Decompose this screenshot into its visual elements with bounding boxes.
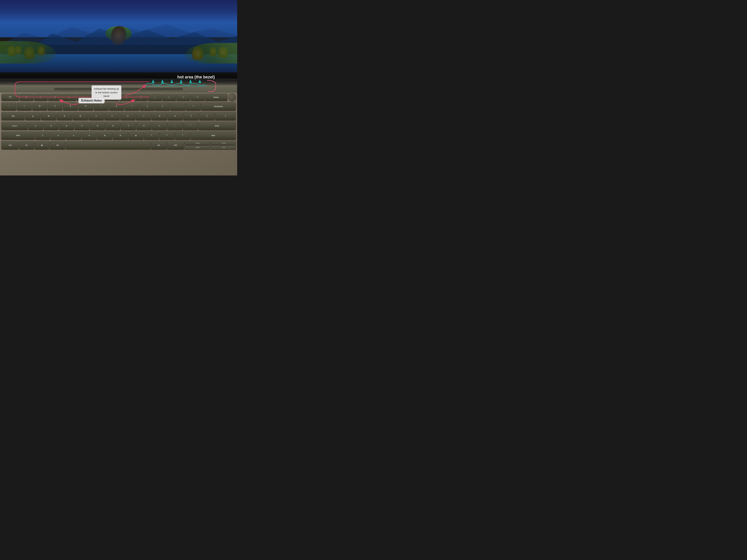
key-f4[interactable]: ▲ F4 [62, 94, 76, 101]
key-delete[interactable]: Delete [205, 94, 227, 101]
space-row: Ctrl Fn ⊞ Alt Alt Ctrl ↑ Pg [1, 141, 236, 150]
key-f[interactable]: F [75, 122, 89, 130]
key-lbracket[interactable]: {[ [184, 112, 199, 120]
key-enter[interactable]: Enter [199, 122, 236, 130]
key-u[interactable]: U [120, 112, 135, 120]
key-c[interactable]: C [66, 131, 81, 140]
key-3[interactable]: # 3 [48, 102, 62, 110]
key-f6[interactable]: ☀☀ F6 [91, 94, 105, 101]
key-end[interactable]: → End [210, 145, 236, 149]
key-a[interactable]: A [28, 122, 43, 130]
key-alt-left[interactable]: Alt [50, 141, 65, 149]
key-capslock[interactable]: CapsLk [1, 122, 28, 130]
key-f1[interactable]: 🔇 F1 [20, 94, 33, 101]
laptop-screen: Ment Y10. Yo-A5 [0, 0, 237, 78]
key-comma[interactable]: <, [144, 131, 159, 140]
key-minus[interactable]: _ - [171, 102, 185, 110]
key-f5[interactable]: ☀ F5 [77, 94, 91, 101]
key-esc[interactable]: Esc FnLock [1, 94, 19, 101]
key-d[interactable]: D [59, 122, 74, 130]
key-pgup[interactable]: ↑ PgUp [185, 141, 210, 145]
key-2[interactable]: @ 2 [32, 102, 47, 110]
zxcv-row: Shift Z X C V B N M <, >. ?/ Shift [1, 131, 236, 140]
key-f8[interactable]: ✈ F8 [120, 94, 133, 101]
key-s[interactable]: S [44, 122, 58, 130]
key-b[interactable]: B [97, 131, 112, 140]
key-t[interactable]: T [88, 112, 104, 120]
key-5[interactable]: % 5 [78, 102, 93, 110]
key-r[interactable]: R [73, 112, 88, 120]
key-y[interactable]: Y [104, 112, 120, 120]
key-o[interactable]: O [152, 112, 167, 120]
keyboard-area: Esc FnLock 🔇 F1 🔉 F2 🔊 F3 ▲ F4 ☀ F5 [0, 85, 237, 176]
key-w[interactable]: W [41, 112, 56, 120]
key-i[interactable]: I [136, 112, 151, 120]
key-9[interactable]: ( 9 [140, 102, 155, 110]
key-0[interactable]: ) 0 [155, 102, 170, 110]
screen-bottom-bezel [0, 78, 237, 82]
key-home[interactable]: ← Home [210, 141, 236, 145]
full-page: Ment Y10. Yo-A5 [0, 0, 237, 178]
key-g[interactable]: G [90, 122, 105, 130]
key-j[interactable]: J [121, 122, 136, 130]
key-tab[interactable]: Tab [1, 112, 25, 120]
key-f3[interactable]: 🔊 F3 [48, 94, 62, 101]
key-f2[interactable]: 🔉 F2 [34, 94, 48, 101]
key-e[interactable]: E [57, 112, 72, 120]
fn-row: Esc FnLock 🔇 F1 🔉 F2 🔊 F3 ▲ F4 ☀ F5 [1, 93, 236, 101]
key-6[interactable]: ^ 6 [94, 102, 108, 110]
key-rbracket[interactable]: }] [199, 112, 214, 120]
asdf-row: CapsLk A S D F G H J K L :; "' Enter [1, 121, 236, 130]
key-backspace[interactable]: Backspace [201, 102, 236, 110]
qwerty-row: Tab Q W E R T Y U I O P {[ }] |\ [1, 112, 236, 121]
key-7[interactable]: & 7 [109, 102, 124, 110]
key-l[interactable]: L [152, 122, 167, 130]
exhaust-strip [0, 85, 237, 92]
key-semicolon[interactable]: :; [168, 122, 182, 130]
key-f10[interactable]: — F10 [148, 94, 161, 101]
key-shift-left[interactable]: Shift [1, 131, 34, 140]
key-win[interactable]: ⊞ [34, 141, 49, 149]
key-n[interactable]: N [113, 131, 128, 140]
key-pgdn[interactable]: ↓ PgDn [185, 145, 210, 149]
key-prtsc[interactable]: 📷 [191, 94, 204, 101]
exhaust-holes-row [54, 88, 183, 90]
key-shift-right[interactable]: Shift [191, 131, 236, 140]
key-slash[interactable]: ?/ [175, 131, 190, 140]
screen-bottom-bar [0, 73, 237, 78]
key-x[interactable]: X [51, 131, 66, 140]
key-f12[interactable]: ⊞ F12 [177, 94, 190, 101]
key-backslash[interactable]: |\ [215, 112, 236, 120]
key-1[interactable]: ! 1 [17, 102, 31, 110]
power-button[interactable] [229, 94, 236, 101]
key-8[interactable]: * 8 [125, 102, 139, 110]
num-row: ~ ` ! 1 @ 2 # 3 $ 4 % 5 [1, 102, 236, 111]
key-space[interactable] [66, 141, 150, 149]
key-f9[interactable]: ⚙ F9 [134, 94, 147, 101]
key-tilde[interactable]: ~ ` [1, 102, 16, 110]
key-equals[interactable]: + = [186, 102, 201, 110]
key-ctrl-left[interactable]: Ctrl [1, 141, 19, 149]
key-4[interactable]: $ 4 [63, 102, 78, 110]
key-m[interactable]: M [128, 131, 144, 140]
key-k[interactable]: K [136, 122, 151, 130]
hinge-strip [0, 82, 237, 85]
key-q[interactable]: Q [25, 112, 41, 120]
key-period[interactable]: >. [159, 131, 175, 140]
key-alt-right[interactable]: Alt [151, 141, 166, 149]
key-fn[interactable]: Fn [19, 141, 34, 149]
key-z[interactable]: Z [35, 131, 50, 140]
key-h[interactable]: H [105, 122, 121, 130]
key-quote[interactable]: "' [183, 122, 198, 130]
key-p[interactable]: P [168, 112, 183, 120]
key-f11[interactable]: ⊟ F11 [162, 94, 176, 101]
key-v[interactable]: V [82, 131, 97, 140]
key-ctrl-right[interactable]: Ctrl [167, 141, 184, 149]
key-f7[interactable]: ⊞ F7 [105, 94, 119, 101]
